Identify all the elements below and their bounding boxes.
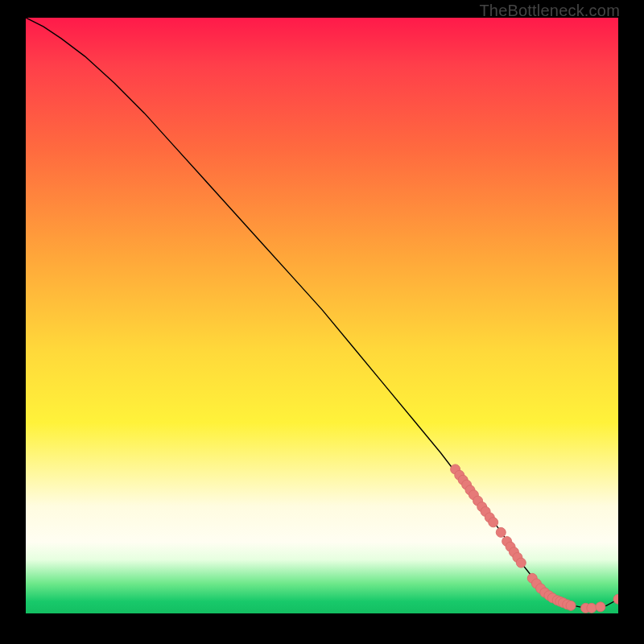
- plot-area: [26, 18, 618, 613]
- scatter-point: [516, 558, 526, 568]
- scatter-point: [587, 603, 597, 613]
- scatter-point: [596, 602, 605, 612]
- scatter-point: [613, 594, 618, 604]
- highlighted-points: [451, 464, 618, 613]
- scatter-point: [566, 601, 576, 610]
- chart-stage: TheBottleneck.com: [0, 0, 644, 644]
- scatter-point: [496, 527, 506, 537]
- scatter-point: [489, 518, 498, 527]
- points-layer: [26, 18, 618, 613]
